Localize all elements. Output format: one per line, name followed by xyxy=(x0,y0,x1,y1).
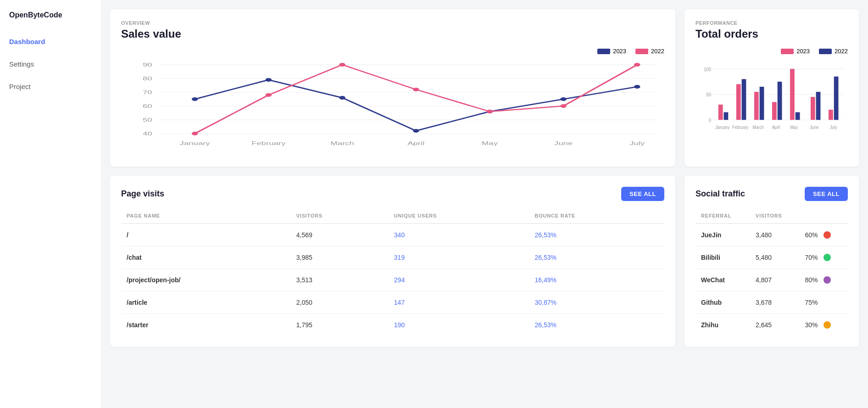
svg-point-32 xyxy=(634,63,640,67)
orders-legend-2022: 2022 xyxy=(819,48,848,55)
cell-referral: JueJin xyxy=(696,224,750,246)
page-visits-see-all-button[interactable]: SEE ALL xyxy=(621,187,664,201)
svg-point-19 xyxy=(192,97,198,101)
sidebar-item-project[interactable]: Project xyxy=(9,81,92,92)
sidebar-nav: Dashboard Settings Project xyxy=(9,36,92,92)
svg-point-29 xyxy=(413,88,419,91)
social-traffic-see-all-button[interactable]: SEE ALL xyxy=(805,187,848,201)
svg-text:0: 0 xyxy=(709,117,712,123)
svg-rect-43 xyxy=(754,92,759,120)
sales-value-card: OVERVIEW Sales value 2023 2022 xyxy=(110,9,675,167)
percent-label: 60% xyxy=(805,231,818,239)
svg-rect-46 xyxy=(778,82,782,120)
list-item: Github 3,678 75% xyxy=(696,291,848,314)
percent-label: 75% xyxy=(805,299,818,306)
page-visits-header: Page visits SEE ALL xyxy=(121,187,664,201)
list-item: Bilibili 5,480 70% xyxy=(696,246,848,269)
svg-text:90: 90 xyxy=(143,62,152,67)
cell-social-visitors: 2,645 xyxy=(750,314,799,336)
cell-page: /chat xyxy=(121,246,291,269)
col-social-visitors: VISITORS xyxy=(750,208,799,224)
social-traffic-card: Social traffic SEE ALL REFERRAL VISITORS… xyxy=(684,176,859,347)
col-visitors: VISITORS xyxy=(291,208,389,224)
sales-chart-svg: 90 80 70 60 50 40 January February March… xyxy=(121,60,664,152)
sidebar-item-settings[interactable]: Settings xyxy=(9,58,92,70)
table-row: /article 2,050 147 30,87% xyxy=(121,291,664,314)
cell-referral: Bilibili xyxy=(696,246,750,269)
social-table-header-row: REFERRAL VISITORS xyxy=(696,208,848,224)
cell-unique: 147 xyxy=(389,291,529,314)
svg-rect-52 xyxy=(834,77,839,120)
svg-rect-42 xyxy=(742,79,746,120)
svg-point-26 xyxy=(192,132,198,135)
bottom-row: Page visits SEE ALL PAGE NAME VISITORS U… xyxy=(110,176,859,347)
svg-text:50: 50 xyxy=(143,117,152,123)
cell-unique: 294 xyxy=(389,269,529,291)
percent-label: 80% xyxy=(805,276,818,284)
orders-card: PERFORMANCE Total orders 2023 2022 xyxy=(684,9,859,167)
col-unique-users: UNIQUE USERS xyxy=(389,208,529,224)
svg-text:June: June xyxy=(810,125,818,130)
percent-label: 30% xyxy=(805,321,818,329)
cell-unique: 190 xyxy=(389,314,529,336)
list-item: JueJin 3,480 60% xyxy=(696,224,848,246)
table-row: /starter 1,795 190 26,53% xyxy=(121,314,664,336)
svg-point-30 xyxy=(487,110,493,113)
table-row: /project/open-job/ 3,513 294 16,49% xyxy=(121,269,664,291)
percent-label: 70% xyxy=(805,254,818,261)
page-visits-table: PAGE NAME VISITORS UNIQUE USERS BOUNCE R… xyxy=(121,208,664,336)
social-traffic-header: Social traffic SEE ALL xyxy=(696,187,848,201)
social-traffic-table: REFERRAL VISITORS JueJin 3,480 60% Bilib… xyxy=(696,208,848,336)
svg-rect-41 xyxy=(736,84,741,120)
svg-text:March: March xyxy=(330,140,354,146)
legend-2023-label: 2023 xyxy=(613,48,626,55)
sales-chart: 90 80 70 60 50 40 January February March… xyxy=(121,60,664,152)
svg-text:40: 40 xyxy=(143,131,152,136)
list-item: WeChat 4,807 80% xyxy=(696,269,848,291)
orders-legend-2022-box xyxy=(819,49,832,54)
sidebar-item-dashboard[interactable]: Dashboard xyxy=(9,36,92,47)
cell-bounce: 26,53% xyxy=(529,246,664,269)
cell-unique: 340 xyxy=(389,224,529,246)
table-row: / 4,569 340 26,53% xyxy=(121,224,664,246)
orders-legend-2022-label: 2022 xyxy=(835,48,848,55)
sales-legend: 2023 2022 xyxy=(597,48,664,55)
progress-dot xyxy=(823,276,831,284)
sales-section-label: OVERVIEW xyxy=(121,20,664,26)
cell-visitors: 3,513 xyxy=(291,269,389,291)
cell-social-visitors: 3,480 xyxy=(750,224,799,246)
col-referral: REFERRAL xyxy=(696,208,750,224)
main-content: OVERVIEW Sales value 2023 2022 xyxy=(101,0,868,408)
svg-text:May: May xyxy=(482,140,498,146)
cell-unique: 319 xyxy=(389,246,529,269)
col-page-name: PAGE NAME xyxy=(121,208,291,224)
list-item: Zhihu 2,645 30% xyxy=(696,314,848,336)
svg-point-21 xyxy=(339,96,345,100)
svg-text:July: July xyxy=(629,140,645,146)
svg-point-25 xyxy=(634,85,640,89)
cell-visitors: 2,050 xyxy=(291,291,389,314)
cell-social-percent: 30% xyxy=(800,314,848,336)
svg-text:June: June xyxy=(554,140,573,146)
svg-text:60: 60 xyxy=(143,103,152,109)
orders-chart-svg: 100 50 0 xyxy=(696,64,848,156)
progress-dot xyxy=(823,254,831,261)
cell-social-visitors: 3,678 xyxy=(750,291,799,314)
cell-social-visitors: 4,807 xyxy=(750,269,799,291)
svg-point-27 xyxy=(266,93,272,97)
sidebar-logo: OpenByteCode xyxy=(9,11,92,19)
cell-referral: Github xyxy=(696,291,750,314)
cell-page: /article xyxy=(121,291,291,314)
cell-referral: Zhihu xyxy=(696,314,750,336)
orders-card-title: Total orders xyxy=(696,28,848,40)
svg-point-28 xyxy=(339,63,345,67)
svg-rect-39 xyxy=(718,105,723,120)
orders-legend-2023-label: 2023 xyxy=(796,48,810,55)
svg-rect-44 xyxy=(760,87,764,120)
svg-text:April: April xyxy=(407,140,424,146)
svg-text:50: 50 xyxy=(706,92,711,98)
svg-rect-49 xyxy=(811,97,815,120)
svg-rect-48 xyxy=(796,112,800,120)
cell-page: /project/open-job/ xyxy=(121,269,291,291)
cell-visitors: 4,569 xyxy=(291,224,389,246)
